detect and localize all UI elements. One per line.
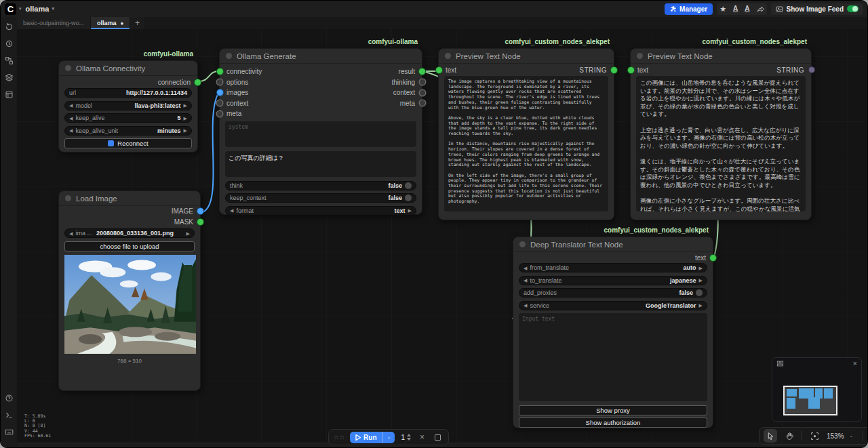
system-prompt-input[interactable] xyxy=(225,121,416,147)
unsaved-changes-dot[interactable]: ● xyxy=(121,20,124,26)
node-title-bar[interactable]: Ollama Connectivity xyxy=(59,61,197,76)
drag-handle[interactable]: ⁙⁙ xyxy=(334,434,345,441)
node-title-bar[interactable]: Ollama Generate xyxy=(220,49,422,64)
input-port-text[interactable] xyxy=(436,67,442,73)
input-port-connectivity[interactable] xyxy=(217,68,223,75)
image-preview[interactable]: 768 × 510 xyxy=(64,255,195,364)
output-port-meta[interactable] xyxy=(420,100,425,106)
output-port-string[interactable] xyxy=(809,67,814,73)
collapse-dot[interactable] xyxy=(519,241,526,247)
stepper-arrows[interactable] xyxy=(407,434,411,441)
image-feed-toggle[interactable] xyxy=(847,5,859,12)
combo-right-arrow-icon[interactable]: ▶ xyxy=(699,266,703,270)
output-port-image[interactable] xyxy=(197,208,203,214)
output-port-result[interactable] xyxy=(419,68,425,75)
fit-view-button[interactable] xyxy=(808,429,821,443)
widget-keep-alive[interactable]: ◀ keep_alive 5 ▶ xyxy=(64,113,192,123)
node-title-bar[interactable]: Preview Text Node xyxy=(439,49,614,64)
minimap-close-icon[interactable]: × xyxy=(853,359,857,367)
model-library-icon[interactable] xyxy=(3,72,14,83)
collapse-dot[interactable] xyxy=(445,53,451,59)
widget-keep-alive-unit[interactable]: ◀ keep_alive_unit minutes ▶ xyxy=(64,126,192,136)
output-port-string[interactable] xyxy=(611,67,617,73)
combo-left-arrow-icon[interactable]: ◀ xyxy=(524,278,527,283)
combo-right-arrow-icon[interactable]: ▶ xyxy=(184,116,187,121)
combo-left-arrow-icon[interactable]: ◀ xyxy=(524,266,527,270)
combo-right-arrow-icon[interactable]: ▶ xyxy=(184,128,187,133)
widget-think[interactable]: think false xyxy=(225,181,416,190)
pan-tool-button[interactable] xyxy=(783,429,796,443)
preview-text-content[interactable]: この画像には、山岳地帯の息を呑むような風景が捉えられています。前景の大部分は川で… xyxy=(636,76,806,211)
terminal-icon[interactable] xyxy=(3,409,14,420)
node-title-bar[interactable]: Load Image xyxy=(59,191,200,206)
widget-to-translate[interactable]: ◀ to_translate japanese ▶ xyxy=(519,276,707,285)
node-deep-translator[interactable]: comfyui_custom_nodes_alekpet Deep Transl… xyxy=(513,237,713,428)
update-check-icon[interactable]: A xyxy=(733,5,738,12)
input-port-options[interactable] xyxy=(217,79,222,85)
zoom-level-dropdown[interactable]: 153% ⌄ xyxy=(827,432,857,440)
widget-model[interactable]: ◀ model llava-phi3:latest ▶ xyxy=(64,101,192,110)
output-port-thinking[interactable] xyxy=(420,79,425,85)
combo-left-arrow-icon[interactable]: ◀ xyxy=(69,103,73,108)
combo-left-arrow-icon[interactable]: ◀ xyxy=(69,128,73,133)
workflow-history-icon[interactable] xyxy=(3,21,14,32)
preview-text-content[interactable]: The image captures a breathtaking view o… xyxy=(444,76,608,211)
node-ollama-connectivity[interactable]: comfyui-ollama Ollama Connectivity conne… xyxy=(58,60,198,152)
share-icon[interactable] xyxy=(757,5,764,13)
manager-button[interactable]: Manager xyxy=(665,3,713,15)
combo-left-arrow-icon[interactable]: ◀ xyxy=(69,116,73,121)
toggle-knob[interactable] xyxy=(696,289,703,296)
combo-left-arrow-icon[interactable]: ◀ xyxy=(69,231,73,236)
chevron-down-icon[interactable]: ▾ xyxy=(19,6,22,12)
toggle-knob[interactable] xyxy=(405,182,412,189)
node-load-image[interactable]: Load Image IMAGE MASK ◀ ima ... 20080806… xyxy=(58,190,201,391)
node-preview-text-ja[interactable]: comfyui_custom_nodes_alekpet Preview Tex… xyxy=(630,48,812,220)
stop-icon[interactable] xyxy=(435,434,441,441)
batch-count-stepper[interactable]: 1 xyxy=(399,434,412,441)
clear-queue-icon[interactable]: × xyxy=(417,432,427,442)
input-port-context[interactable] xyxy=(217,100,222,106)
workflow-menu[interactable]: ollama ▾ xyxy=(26,5,54,13)
output-port-text[interactable] xyxy=(710,255,716,261)
widget-keep-context[interactable]: keep_context false xyxy=(225,193,416,203)
widget-image-combo[interactable]: ◀ ima ... 20080806_033136_001.png ▶ xyxy=(64,228,195,238)
collapse-dot[interactable] xyxy=(65,195,71,201)
widget-url[interactable]: url http://127.0.0.1:11434 xyxy=(64,88,192,98)
minimap-panel[interactable]: × xyxy=(772,357,862,422)
run-button[interactable]: Run ⌄ xyxy=(350,432,395,443)
workflow-tab-ollama[interactable]: ollama ● xyxy=(91,17,130,29)
widget-add-proxies[interactable]: add_proxies false xyxy=(519,288,707,298)
collapse-dot[interactable] xyxy=(637,53,643,59)
node-title-bar[interactable]: Preview Text Node xyxy=(631,49,811,64)
new-workflow-tab-button[interactable]: + xyxy=(130,17,144,29)
combo-right-arrow-icon[interactable]: ▶ xyxy=(184,103,187,108)
run-options-chevron-icon[interactable]: ⌄ xyxy=(382,432,395,443)
combo-right-arrow-icon[interactable]: ▶ xyxy=(408,208,412,213)
reconnect-button[interactable]: Reconnect xyxy=(64,138,192,148)
show-authorization-button[interactable]: Show authorization xyxy=(519,418,707,428)
shortcuts-keyboard-icon[interactable] xyxy=(3,426,14,437)
combo-left-arrow-icon[interactable]: ◀ xyxy=(524,303,527,308)
minimap-options-icon[interactable] xyxy=(776,360,784,367)
input-port-text[interactable] xyxy=(628,67,634,73)
widget-format[interactable]: ◀ format text ▶ xyxy=(225,206,416,216)
node-title-bar[interactable]: Deep Translator Text Node xyxy=(513,237,713,252)
workflow-tab-basic-outpainting[interactable]: basic-outpainting-wo... xyxy=(17,17,91,29)
workflows-gallery-icon[interactable] xyxy=(3,89,14,100)
collapse-dot[interactable] xyxy=(65,65,71,71)
combo-left-arrow-icon[interactable]: ◀ xyxy=(230,208,233,213)
output-port-connection[interactable] xyxy=(195,79,201,85)
combo-right-arrow-icon[interactable]: ▶ xyxy=(699,278,703,283)
translator-text-input[interactable] xyxy=(519,313,707,401)
input-port-images[interactable] xyxy=(217,89,223,96)
output-port-context[interactable] xyxy=(420,90,425,96)
output-port-mask[interactable] xyxy=(197,219,203,225)
node-preview-text-en[interactable]: comfyui_custom_nodes_alekpet Preview Tex… xyxy=(438,48,614,220)
node-library-icon[interactable] xyxy=(3,55,14,66)
widget-service[interactable]: ◀ service GoogleTranslator ▶ xyxy=(519,301,707,310)
input-port-meta[interactable] xyxy=(217,111,222,117)
combo-right-arrow-icon[interactable]: ▶ xyxy=(699,303,703,308)
combo-right-arrow-icon[interactable]: ▶ xyxy=(186,231,190,236)
favorites-star-icon[interactable]: ★ xyxy=(719,5,726,13)
queue-icon[interactable] xyxy=(3,38,14,49)
